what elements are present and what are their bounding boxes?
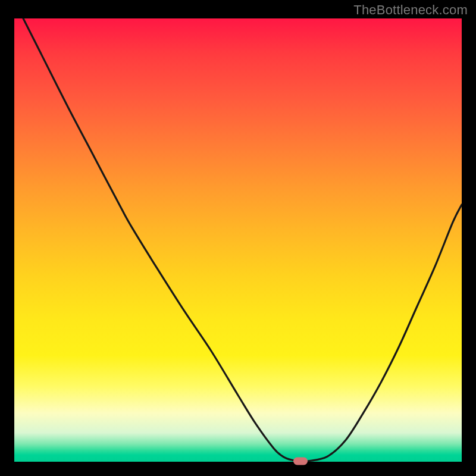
plot-area bbox=[14, 18, 462, 462]
optimal-point-marker bbox=[293, 457, 308, 465]
chart-frame: TheBottleneck.com bbox=[0, 0, 476, 476]
watermark-text: TheBottleneck.com bbox=[353, 2, 468, 18]
bottleneck-curve bbox=[14, 18, 462, 462]
